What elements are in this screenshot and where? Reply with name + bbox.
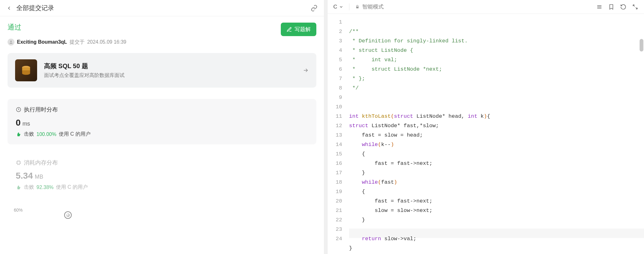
beat-label: 击败 bbox=[24, 184, 34, 191]
promo-subtitle: 面试考点全覆盖应对高阶数据库面试 bbox=[44, 72, 296, 79]
panel-divider[interactable] bbox=[324, 0, 328, 254]
svg-rect-4 bbox=[356, 7, 359, 8]
write-solution-button[interactable]: 写题解 bbox=[281, 23, 316, 36]
svg-point-0 bbox=[10, 41, 12, 42]
beat-tail: 使用 C 的用户 bbox=[56, 184, 87, 191]
beat-label: 击败 bbox=[24, 131, 34, 138]
line-gutter: 123456789101112131415161718192021222324 bbox=[328, 14, 345, 254]
author-row: Exciting Bouman3qL 提交于 2024.05.09 16:39 bbox=[8, 39, 316, 46]
memory-value: 5.34 bbox=[16, 171, 33, 181]
beat-pct: 92.38% bbox=[36, 185, 53, 190]
chevron-right-icon bbox=[303, 67, 309, 73]
status-badge: 通过 bbox=[8, 23, 21, 32]
promo-card[interactable]: 高频 SQL 50 题 面试考点全覆盖应对高阶数据库面试 bbox=[8, 53, 316, 88]
runtime-card[interactable]: 执行用时分布 0 ms 击败 100.00% 使用 C 的用户 bbox=[8, 99, 316, 144]
write-solution-label: 写题解 bbox=[295, 26, 311, 33]
link-icon[interactable] bbox=[311, 5, 318, 12]
author-name[interactable]: Exciting Bouman3qL bbox=[17, 39, 67, 45]
code-content[interactable]: /** * Definition for singly-linked list.… bbox=[345, 14, 644, 254]
code-header: C 智能模式 bbox=[328, 0, 644, 14]
submit-time: 2024.05.09 16:39 bbox=[87, 39, 126, 45]
database-icon bbox=[15, 59, 37, 81]
avatar bbox=[8, 39, 14, 46]
memory-card[interactable]: 消耗内存分布 5.34 MB 击败 92.38% 使用 C 的用户 bbox=[8, 152, 316, 197]
back-arrow-icon[interactable] bbox=[6, 5, 12, 11]
left-body: 通过 写题解 Exciting Bouman3qL 提交于 2024.05.09… bbox=[0, 16, 324, 254]
language-selector[interactable]: C bbox=[333, 4, 343, 10]
chip-icon bbox=[16, 160, 21, 165]
bookmark-icon[interactable] bbox=[608, 4, 614, 10]
clap-icon bbox=[16, 185, 21, 190]
beat-pct: 100.00% bbox=[36, 132, 56, 137]
submit-label: 提交于 bbox=[69, 39, 85, 46]
runtime-title: 执行用时分布 bbox=[24, 106, 58, 113]
svg-rect-3 bbox=[17, 161, 20, 164]
runtime-value: 0 bbox=[16, 118, 21, 128]
edit-icon bbox=[286, 27, 292, 32]
mode-indicator[interactable]: 智能模式 bbox=[355, 3, 384, 10]
chart-ytick: 60% bbox=[14, 208, 23, 213]
memory-unit: MB bbox=[35, 174, 43, 180]
runtime-chart: 60% bbox=[8, 205, 316, 225]
clock-icon bbox=[16, 107, 21, 112]
page-title: 全部提交记录 bbox=[16, 4, 311, 12]
mode-label: 智能模式 bbox=[362, 3, 384, 10]
fullscreen-icon[interactable] bbox=[632, 4, 638, 10]
lock-icon bbox=[355, 4, 360, 9]
separator bbox=[349, 3, 349, 10]
left-header: 全部提交记录 bbox=[0, 0, 324, 16]
code-panel: C 智能模式 123456789101112131415161718192021… bbox=[328, 0, 644, 254]
submission-panel: 全部提交记录 通过 写题解 Exciting Bouman3qL 提交于 202… bbox=[0, 0, 324, 254]
promo-title: 高频 SQL 50 题 bbox=[44, 62, 296, 70]
code-editor[interactable]: 123456789101112131415161718192021222324 … bbox=[328, 14, 644, 254]
language-label: C bbox=[333, 4, 337, 10]
memory-title: 消耗内存分布 bbox=[24, 159, 58, 166]
runtime-unit: ms bbox=[23, 121, 30, 127]
chart-marker-icon bbox=[64, 211, 72, 219]
list-icon[interactable] bbox=[596, 4, 602, 10]
reset-icon[interactable] bbox=[620, 4, 626, 10]
chevron-down-icon bbox=[339, 5, 343, 9]
beat-tail: 使用 C 的用户 bbox=[59, 131, 90, 138]
clap-icon bbox=[16, 132, 21, 137]
